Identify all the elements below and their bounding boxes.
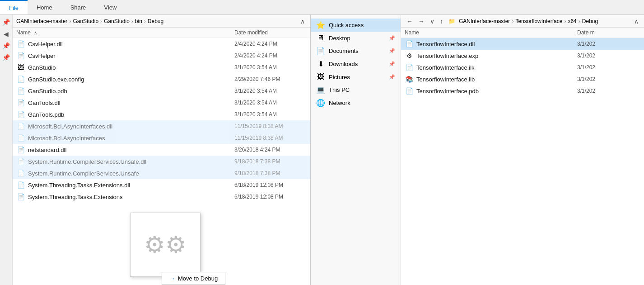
breadcrumb-part-4[interactable]: bin	[135, 18, 142, 24]
detail-file-date-ilk: 3/1/202	[577, 64, 640, 71]
sidebar-label-desktop: Desktop	[329, 35, 350, 42]
sidebar-item-documents[interactable]: 📄 Documents 📌	[311, 44, 401, 57]
detail-breadcrumb-part-4[interactable]: Debug	[582, 18, 598, 24]
sidebar-label-documents: Documents	[329, 48, 359, 54]
detail-header-name[interactable]: Name	[405, 29, 577, 36]
move-arrow-icon: →	[169, 275, 175, 282]
pin-button[interactable]: 📌	[1, 17, 12, 28]
downloads-icon: ⬇	[316, 60, 325, 68]
file-name: System.Threading.Tasks.Extensions	[28, 194, 234, 200]
sidebar-item-this-pc[interactable]: 💻 This PC	[311, 83, 401, 96]
collapse-detail-btn[interactable]: ∧	[632, 18, 640, 25]
detail-file-item-dll[interactable]: 📄 TensorflowInterface.dll 3/1/202	[401, 38, 644, 50]
detail-file-item-lib[interactable]: 📚 TensorflowInterface.lib 3/1/202	[401, 73, 644, 85]
file-item[interactable]: 📄 GanTools.pdb 3/1/2020 3:54 AM	[13, 109, 310, 120]
dll-icon: 📄	[405, 39, 414, 48]
file-item-dragging-2[interactable]: 📄 Microsoft.Bcl.AsyncInterfaces 11/15/20…	[13, 132, 310, 144]
sidebar-item-desktop[interactable]: 🖥 Desktop 📌	[311, 32, 401, 44]
sidebar-item-pictures[interactable]: 🖼 Pictures 📌	[311, 71, 401, 83]
detail-file-name-dll: TensorflowInterface.dll	[416, 41, 577, 48]
file-item[interactable]: 📄 CsvHelper 2/4/2020 4:24 PM	[13, 50, 310, 62]
breadcrumb-part-3[interactable]: GanStudio	[104, 18, 130, 24]
tool-btn-3[interactable]: 📌	[1, 40, 12, 51]
detail-file-date-exp: 3/1/202	[577, 52, 640, 59]
file-item[interactable]: 📄 CsvHelper.dll 2/4/2020 4:24 PM	[13, 38, 310, 50]
sep-2: ›	[100, 18, 102, 24]
detail-file-item-pdb[interactable]: 📄 TensorflowInterface.pdb 3/1/202	[401, 85, 644, 97]
file-date: 3/26/2018 4:24 PM	[234, 147, 307, 153]
sidebar-label-network: Network	[329, 100, 350, 106]
forward-button[interactable]: →	[416, 18, 426, 25]
tool-btn-4[interactable]: 📌	[1, 52, 12, 63]
main-area: 📌 ◀ 📌 📌 GANInterface-master › GanStudio …	[0, 15, 644, 285]
lib-icon: 📚	[405, 75, 414, 84]
left-file-pane: GANInterface-master › GanStudio › GanStu…	[13, 15, 311, 285]
breadcrumb-part-2[interactable]: GanStudio	[73, 18, 98, 24]
file-name: CsvHelper	[28, 52, 234, 59]
file-icon: 📄	[16, 157, 25, 166]
documents-icon: 📄	[316, 47, 325, 55]
file-item-dragging-3[interactable]: 📄 System.Runtime.CompilerServices.Unsafe…	[13, 156, 310, 167]
left-breadcrumb: GANInterface-master › GanStudio › GanStu…	[13, 15, 310, 28]
breadcrumb-part-5[interactable]: Debug	[148, 18, 163, 24]
detail-breadcrumb-part-3[interactable]: x64	[568, 18, 576, 24]
detail-file-item-exp[interactable]: ⚙ TensorflowInterface.exp 3/1/202	[401, 50, 644, 62]
sidebar-label-downloads: Downloads	[329, 61, 358, 67]
detail-breadcrumb-part-2[interactable]: TensorflowInterface	[515, 18, 562, 24]
file-date: 11/15/2019 8:38 AM	[234, 123, 307, 129]
up-button[interactable]: ↑	[438, 18, 445, 25]
dropdown-button[interactable]: ∨	[428, 18, 436, 25]
expand-button[interactable]: ◀	[1, 28, 12, 39]
file-icon: 📄	[16, 145, 25, 154]
header-name[interactable]: Name ∧	[16, 29, 234, 36]
pin-documents-icon: 📌	[389, 48, 395, 54]
file-item[interactable]: 📄 GanTools.dll 3/1/2020 3:54 AM	[13, 97, 310, 109]
sidebar-label-pictures: Pictures	[329, 74, 350, 81]
file-icon: 📄	[16, 86, 25, 95]
detail-file-item-ilk[interactable]: 📄 TensorflowInterface.ilk 3/1/202	[401, 62, 644, 73]
file-item-dragging-1[interactable]: 📄 Microsoft.Bcl.AsyncInterfaces.dll 11/1…	[13, 120, 310, 132]
detail-sep-1: ›	[512, 18, 513, 24]
file-item[interactable]: 📄 GanStudio.pdb 3/1/2020 3:54 AM	[13, 85, 310, 97]
back-button[interactable]: ←	[405, 18, 415, 25]
file-date: 6/18/2019 12:08 PM	[234, 182, 307, 188]
sidebar-item-downloads[interactable]: ⬇ Downloads 📌	[311, 57, 401, 71]
sidebar-label-quick-access: Quick access	[329, 22, 364, 28]
detail-file-name-pdb: TensorflowInterface.pdb	[416, 88, 577, 95]
header-date[interactable]: Date modified	[234, 29, 307, 36]
file-name: System.Runtime.CompilerServices.Unsafe.d…	[28, 158, 234, 165]
tab-file[interactable]: File	[0, 0, 28, 14]
pdb-icon: 📄	[405, 86, 414, 95]
file-icon: 📄	[16, 122, 25, 131]
file-icon: 🖼	[16, 63, 25, 72]
tab-view[interactable]: View	[95, 0, 126, 14]
file-item[interactable]: 📄 System.Threading.Tasks.Extensions 6/18…	[13, 191, 310, 203]
file-item[interactable]: 📄 GanStudio.exe.config 2/29/2020 7:46 PM	[13, 73, 310, 85]
collapse-btn[interactable]: ∧	[299, 18, 307, 25]
file-date: 11/15/2019 8:38 AM	[234, 135, 307, 141]
detail-header-date[interactable]: Date m	[577, 29, 640, 36]
breadcrumb-part-1[interactable]: GANInterface-master	[16, 18, 67, 24]
sidebar-item-quick-access[interactable]: ⭐ Quick access	[311, 19, 401, 32]
file-date: 3/1/2020 3:54 AM	[234, 88, 307, 94]
ribbon-tab-bar: File Home Share View	[0, 0, 644, 14]
tab-share[interactable]: Share	[61, 0, 95, 14]
sidebar-item-network[interactable]: 🌐 Network	[311, 96, 401, 109]
detail-file-date-dll: 3/1/202	[577, 41, 640, 47]
file-item[interactable]: 🖼 GanStudio 3/1/2020 3:54 AM	[13, 62, 310, 73]
detail-file-name-ilk: TensorflowInterface.ilk	[416, 64, 577, 71]
file-item[interactable]: 📄 System.Threading.Tasks.Extensions.dll …	[13, 179, 310, 191]
file-name: Microsoft.Bcl.AsyncInterfaces.dll	[28, 123, 234, 130]
sep-4: ›	[144, 18, 146, 24]
file-icon: 📄	[16, 75, 25, 84]
drag-ghost: ⚙⚙	[130, 213, 201, 277]
tab-home[interactable]: Home	[28, 0, 61, 14]
file-date: 3/1/2020 3:54 AM	[234, 64, 307, 71]
ribbon: File Home Share View	[0, 0, 644, 15]
detail-breadcrumb-part-1[interactable]: GANInterface-master	[459, 18, 510, 24]
file-item-dragging-4[interactable]: 📄 System.Runtime.CompilerServices.Unsafe…	[13, 167, 310, 179]
move-tooltip[interactable]: → Move to Debug	[162, 272, 225, 285]
file-item[interactable]: 📄 netstandard.dll 3/26/2018 4:24 PM	[13, 144, 310, 156]
file-date: 3/1/2020 3:54 AM	[234, 100, 307, 106]
file-name: netstandard.dll	[28, 147, 234, 153]
